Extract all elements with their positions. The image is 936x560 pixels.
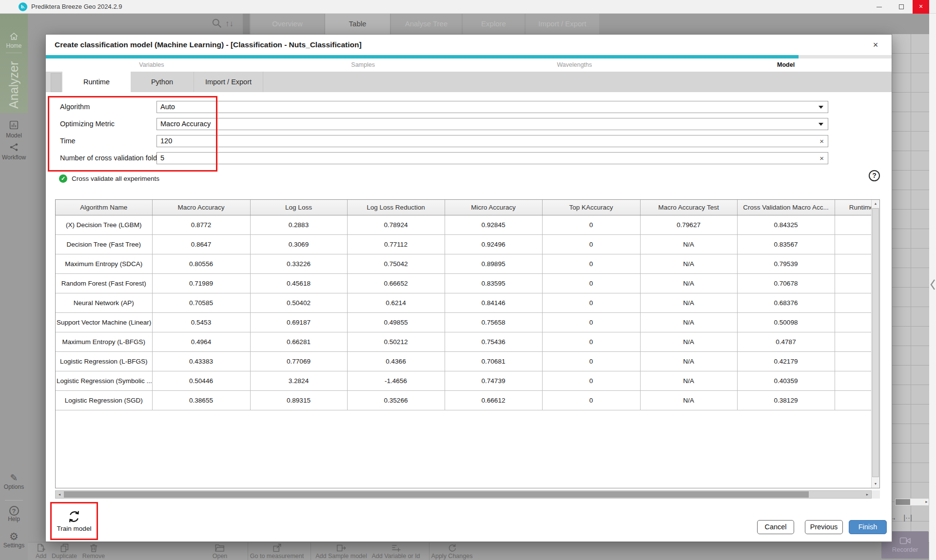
chevron-down-icon[interactable] [819,123,823,126]
sidebar-item-workflow[interactable]: Workflow [0,142,28,161]
table-row[interactable]: Logistic Regression (L-BFGS)0.433830.770… [56,351,872,371]
table-row[interactable]: Support Vector Machine (Linear)0.54530.6… [56,312,872,332]
dialog-tab-python[interactable]: Python [131,72,194,92]
time-input[interactable]: 120 × [156,135,828,147]
step-model[interactable]: Model [680,58,892,72]
table-row[interactable]: Maximum Entropy (SDCA)0.805560.332260.75… [56,254,872,273]
search-icon[interactable] [212,18,222,31]
table-cell: 0 [542,254,640,273]
table-row[interactable]: Neural Network (AP)0.705850.504020.62140… [56,293,872,312]
table-row[interactable]: Random Forest (Fast Forest)0.719890.4561… [56,273,872,293]
finish-button[interactable]: Finish [849,520,887,534]
table-row[interactable]: Maximum Entropy (L-BFGS)0.49640.662810.5… [56,332,872,351]
mini-scrollbar[interactable]: ► [895,498,929,506]
column-header[interactable]: Log Loss [250,200,347,215]
scroll-left-icon[interactable]: ◄ [56,491,63,498]
minimize-button[interactable] [868,0,890,14]
duplicate-button[interactable]: Duplicate [52,543,77,560]
horizontal-scrollbar[interactable]: ◄ ► [55,490,872,499]
sidebar-analyzer-section: Home Analyzer [0,14,28,113]
add-button[interactable]: Add [36,543,46,560]
table-cell: 0.89895 [445,254,542,273]
scroll-right-icon[interactable]: ► [925,499,928,505]
table-row[interactable]: Logistic Regression (SGD)0.386550.893150… [56,390,872,410]
results-table[interactable]: Algorithm NameMacro AccuracyLog LossLog … [56,200,872,410]
tab-explore[interactable]: Explore [463,14,525,34]
table-cell: 0.42179 [737,351,835,371]
sidebar-item-help[interactable]: ? Help [0,506,28,522]
clear-icon[interactable]: × [819,135,824,147]
sidebar-item-settings[interactable]: ⚙ Settings [0,531,28,549]
step-wavelengths[interactable]: Wavelengths [469,58,681,72]
table-cell: 3.2824 [250,371,347,390]
sidebar-item-model[interactable]: Model [0,120,28,139]
cancel-button[interactable]: Cancel [757,520,794,534]
vertical-scrollbar-thumb[interactable] [872,208,879,477]
sidebar-divider [5,500,23,501]
clear-icon[interactable]: × [819,153,824,164]
algorithm-dropdown[interactable]: Auto [156,101,828,113]
column-header[interactable]: Cross Validation Macro Acc... [737,200,835,215]
tab-analyse-tree[interactable]: Analyse Tree [391,14,462,34]
table-cell: Logistic Regression (Symbolic ... [56,371,152,390]
dialog-close-icon[interactable]: × [869,39,882,51]
step-variables[interactable]: Variables [46,58,257,72]
toolbar-label: Add Variable or Id [371,553,420,560]
sidebar-item-home[interactable]: Home [0,32,28,49]
mini-scrollbar-thumb[interactable] [896,499,910,505]
chevron-down-icon[interactable] [819,106,823,109]
table-cell: 0.79539 [737,254,835,273]
table-row[interactable]: (X) Decision Tree (LGBM)0.87720.28830.78… [56,215,872,234]
toolbar-label: Add Sample model [315,553,367,560]
table-row[interactable]: Decision Tree (Fast Tree)0.86470.30690.7… [56,234,872,254]
maximize-button[interactable] [890,0,913,14]
previous-button[interactable]: Previous [805,520,843,534]
help-icon[interactable]: ? [869,170,880,181]
column-header[interactable]: Log Loss Reduction [347,200,445,215]
vertical-scrollbar[interactable]: ▲ ▼ [871,200,879,488]
column-header[interactable]: Macro Accuracy [152,200,250,215]
column-header[interactable]: Algorithm Name [56,200,152,215]
scroll-right-icon[interactable]: ► [863,491,871,498]
gear-icon: ⚙ [0,531,28,542]
table-cell: 0.50402 [250,293,347,312]
table-cell: 0.50446 [152,371,250,390]
horizontal-scrollbar-thumb[interactable] [64,491,809,498]
table-cell: 0.75042 [347,254,445,273]
sidebar-item-options[interactable]: ✎ Options [0,473,28,490]
column-header[interactable]: Macro Accuracy Test [640,200,737,215]
open-button[interactable]: Open [213,543,228,560]
table-row[interactable]: Logistic Regression (Symbolic ...0.50446… [56,371,872,390]
sidebar-item-analyzer[interactable]: Analyzer [0,57,28,113]
column-header[interactable]: Micro Accuracy [445,200,542,215]
step-samples[interactable]: Samples [257,58,469,72]
add-sample-model-button[interactable]: Add Sample model [315,543,367,560]
add-variable-button[interactable]: Add Variable or Id [371,543,420,560]
sidebar-label-options: Options [0,483,28,490]
measure-bar-icon[interactable]: |··| [903,513,912,521]
tab-import-export[interactable]: Import / Export [526,14,599,34]
toolbar-separator [429,542,429,560]
go-to-measurement-button[interactable]: Go to measurement [250,543,304,560]
dialog-tab-import-export[interactable]: Import / Export [194,72,263,92]
apply-changes-button[interactable]: Apply Changes [431,543,473,560]
tab-overview[interactable]: Overview [251,14,324,34]
tab-table[interactable]: Table [325,14,390,34]
table-cell: Logistic Regression (L-BFGS) [56,351,152,371]
table-cell: 0 [542,312,640,332]
scroll-down-icon[interactable]: ▼ [872,480,879,488]
dialog-tab-runtime[interactable]: Runtime [62,72,131,92]
column-header[interactable]: Runtime [835,200,872,215]
table-cell: 0.78924 [347,215,445,234]
optimizing-metric-dropdown[interactable]: Macro Accuracy [156,118,828,130]
sort-icon[interactable]: ↑↓ [225,18,234,30]
column-header[interactable]: Top KAccuracy [542,200,640,215]
folds-input[interactable]: 5 × [156,152,828,164]
scroll-up-icon[interactable]: ▲ [872,200,879,208]
remove-button[interactable]: Remove [82,543,105,560]
cross-validate-checkbox[interactable]: ✓ Cross validate all experiments [59,174,159,183]
check-icon: ✓ [59,174,67,183]
chevron-left-icon[interactable] [930,279,936,292]
close-button[interactable]: × [913,0,929,14]
add-variable-icon [391,543,401,552]
